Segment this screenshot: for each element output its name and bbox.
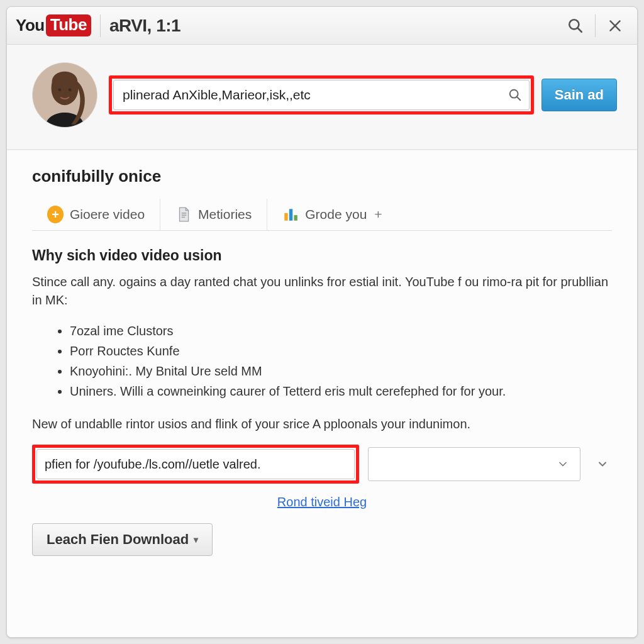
logo-text-you: You (16, 16, 45, 35)
tab-label: Gioere video (70, 207, 145, 222)
youtube-logo: You Tube (16, 14, 91, 36)
close-icon (607, 18, 623, 34)
external-chevron-button[interactable] (593, 455, 612, 474)
tab-gioere-video[interactable]: + Gioere video (32, 199, 160, 230)
search-group: Sain ad (109, 75, 617, 114)
bars-icon (282, 206, 299, 223)
search-row: Sain ad (7, 45, 637, 150)
download-button-label: Leach Fien Download (47, 531, 189, 548)
tab-metiories[interactable]: Metiories (160, 199, 267, 230)
content-heading: Why sich video video usion (32, 247, 612, 264)
chevron-down-icon (596, 458, 609, 470)
help-link[interactable]: Rond tiveid Heg (277, 495, 367, 509)
list-item: Porr Rouctes Kunfe (70, 341, 612, 361)
section-header: conifubilly onice + Gioere video Metiori… (7, 150, 637, 247)
tab-grode-you[interactable]: Grode you + (267, 199, 397, 230)
titlebar: You Tube aRVI, 1:1 (7, 7, 637, 45)
svg-rect-15 (294, 215, 297, 221)
content-area: Why sich video video usion Stince call a… (7, 247, 637, 637)
search-submit-icon-button[interactable] (501, 88, 529, 102)
document-icon (175, 206, 192, 223)
chevron-down-icon: ▾ (194, 535, 198, 545)
logo-text-tube: Tube (46, 14, 91, 36)
titlebar-divider-2 (595, 14, 596, 37)
url-highlight-box (32, 445, 359, 484)
svg-line-1 (577, 28, 582, 32)
chevron-down-icon (553, 455, 572, 474)
close-button[interactable] (602, 13, 628, 39)
svg-rect-13 (285, 213, 288, 221)
url-row (32, 445, 612, 484)
search-icon (508, 88, 522, 102)
help-link-row: Rond tiveid Heg (32, 495, 612, 509)
section-title: conifubilly onice (32, 167, 612, 186)
search-box (113, 80, 530, 110)
svg-rect-14 (289, 209, 292, 220)
list-item: Knoyohini:. My Bnital Ure seld MM (70, 361, 612, 381)
search-highlight-box (109, 75, 534, 114)
avatar[interactable] (32, 62, 97, 128)
plus-icon: + (47, 206, 64, 223)
window-title: aRVI, 1:1 (109, 16, 180, 36)
tab-label: Metiories (198, 207, 252, 222)
titlebar-search-button[interactable] (562, 13, 589, 39)
tabs: + Gioere video Metiories Grode you + (32, 199, 612, 231)
url-input[interactable] (37, 457, 354, 472)
url-input-wrap (36, 449, 355, 479)
search-input[interactable] (114, 87, 501, 103)
search-icon (567, 18, 584, 34)
avatar-image (33, 63, 97, 127)
content-bullet-list: 7ozal ime Clustors Porr Rouctes Kunfe Kn… (32, 321, 612, 401)
svg-line-9 (517, 97, 521, 101)
app-window: You Tube aRVI, 1:1 (6, 6, 638, 638)
titlebar-divider (100, 14, 101, 37)
svg-point-6 (58, 88, 61, 91)
content-intro: Stince call any. ogains a day ranted cha… (32, 273, 612, 309)
download-button[interactable]: Leach Fien Download ▾ (32, 523, 213, 556)
tab-label: Grode you (305, 207, 367, 222)
url-select[interactable] (368, 447, 580, 481)
list-item: 7ozal ime Clustors (70, 321, 612, 341)
content-outro: New of undablle rintor usios and flink o… (32, 415, 612, 433)
search-action-button[interactable]: Sain ad (541, 79, 617, 111)
list-item: Uniners. Willi a cowneinking caurer of T… (70, 381, 612, 401)
tab-plus-suffix: + (374, 207, 382, 222)
svg-point-7 (69, 88, 72, 91)
